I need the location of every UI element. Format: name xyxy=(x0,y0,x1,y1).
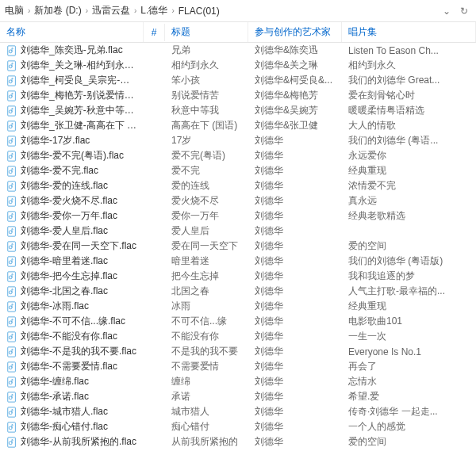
table-row[interactable]: 刘德华_梅艳芳-别说爱情苦.flac别说爱情苦刘德华&梅艳芳爱在刻骨铭心时 xyxy=(0,88,476,103)
cell-name[interactable]: 刘德华_吴婉芳-秋意中等我.flac xyxy=(0,104,144,117)
cell-album: 大人的情歌 xyxy=(342,119,476,132)
refresh-icon[interactable]: ↻ xyxy=(455,6,473,17)
cell-name[interactable]: 刘德华-不可不信...缘.flac xyxy=(0,315,144,328)
cell-name[interactable]: 刘德华-爱人皇后.flac xyxy=(0,224,144,238)
table-row[interactable]: 刘德华-爱在同一天空下.flac爱在同一天空下刘德华爱的空间 xyxy=(0,239,476,254)
table-row[interactable]: 刘德华_吴婉芳-秋意中等我.flac秋意中等我刘德华&吴婉芳暖暖柔情粤语精选 xyxy=(0,103,476,118)
cell-album: 一个人的感觉 xyxy=(342,420,476,434)
cell-name[interactable]: 刘德华-冰雨.flac xyxy=(0,300,144,313)
table-row[interactable]: 刘德华-爱的连线.flac爱的连线刘德华浓情爱不完 xyxy=(0,178,476,193)
cell-artist: 刘德华 xyxy=(248,194,342,208)
table-row[interactable]: 刘德华-不是我的我不要.flac不是我的我不要刘德华Everyone Is No… xyxy=(0,344,476,359)
file-name: 刘德华_张卫健-高高在下 (国语).flac xyxy=(21,119,137,132)
file-name: 刘德华-不能没有你.flac xyxy=(21,330,117,343)
audio-file-icon xyxy=(6,407,17,418)
cell-title: 爱在同一天空下 xyxy=(165,239,248,253)
table-row[interactable]: 刘德华-不可不信...缘.flac不可不信...缘刘德华电影歌曲101 xyxy=(0,314,476,329)
chevron-right-icon: › xyxy=(169,6,176,15)
cell-name[interactable]: 刘德华-不需要爱情.flac xyxy=(0,360,144,373)
cell-title: 暗里着迷 xyxy=(165,254,248,268)
cell-name[interactable]: 刘德华-缠绵.flac xyxy=(0,375,144,388)
breadcrumb-seg[interactable]: 电脑 xyxy=(3,4,25,17)
cell-name[interactable]: 刘德华-暗里着迷.flac xyxy=(0,254,144,268)
cell-album: 我们的刘德华 (粤语版) xyxy=(342,254,476,268)
table-row[interactable]: 刘德华_关之琳-相约到永久.flac相约到永久刘德华&关之琳相约到永久 xyxy=(0,58,476,73)
table-row[interactable]: 刘德华-爱不完.flac爱不完刘德华经典重现 xyxy=(0,163,476,178)
table-row[interactable]: 刘德华-爱你一万年.flac爱你一万年刘德华经典老歌精选 xyxy=(0,208,476,224)
cell-name[interactable]: 刘德华-把今生忘掉.flac xyxy=(0,269,144,283)
cell-title: 城市猎人 xyxy=(165,405,248,419)
table-row[interactable]: 刘德华-冰雨.flac冰雨刘德华经典重现 xyxy=(0,299,476,314)
header-artist[interactable]: 参与创作的艺术家 xyxy=(248,22,342,42)
chevron-down-icon[interactable]: ⌄ xyxy=(438,6,455,17)
cell-name[interactable]: 刘德华-从前我所紧抱的.flac xyxy=(0,435,144,449)
cell-name[interactable]: 刘德华-痴心错付.flac xyxy=(0,420,144,434)
cell-name[interactable]: 刘德华-17岁.flac xyxy=(0,134,144,147)
header-album[interactable]: 唱片集 xyxy=(342,22,476,42)
file-list[interactable]: 刘德华_陈奕迅-兄弟.flac兄弟刘德华&陈奕迅Listen To Eason … xyxy=(0,43,476,451)
table-row[interactable]: 刘德华-爱人皇后.flac爱人皇后刘德华 xyxy=(0,224,476,239)
header-title[interactable]: 标题 xyxy=(165,22,248,42)
cell-title: 爱你一万年 xyxy=(165,209,248,223)
breadcrumb-seg[interactable]: L.德华 xyxy=(139,4,169,17)
file-name: 刘德华-爱你一万年.flac xyxy=(21,209,117,223)
table-row[interactable]: 刘德华-北国之春.flac北国之春刘德华人气主打歌-最幸福的... xyxy=(0,284,476,299)
table-row[interactable]: 刘德华-爱不完(粤语).flac爱不完(粤语)刘德华永远爱你 xyxy=(0,148,476,163)
cell-title: 不是我的我不要 xyxy=(165,345,248,358)
cell-album: 经典重现 xyxy=(342,164,476,178)
table-row[interactable]: 刘德华-城市猎人.flac城市猎人刘德华传奇·刘德华 一起走... xyxy=(0,404,476,419)
cell-name[interactable]: 刘德华_柯受良_吴宗宪-笨小孩.flac xyxy=(0,74,144,87)
table-row[interactable]: 刘德华-把今生忘掉.flac把今生忘掉刘德华我和我追逐的梦 xyxy=(0,269,476,284)
table-row[interactable]: 刘德华-暗里着迷.flac暗里着迷刘德华我们的刘德华 (粤语版) xyxy=(0,254,476,269)
cell-artist: 刘德华 xyxy=(248,420,342,434)
table-row[interactable]: 刘德华_张卫健-高高在下 (国语).flac高高在下 (国语)刘德华&张卫健大人… xyxy=(0,118,476,133)
cell-name[interactable]: 刘德华_张卫健-高高在下 (国语).flac xyxy=(0,119,144,132)
breadcrumb-seg[interactable]: 迅雷云盘 xyxy=(90,4,132,17)
cell-name[interactable]: 刘德华-爱在同一天空下.flac xyxy=(0,239,144,253)
breadcrumb-seg[interactable]: FLAC(01) xyxy=(177,6,221,17)
cell-name[interactable]: 刘德华-承诺.flac xyxy=(0,390,144,403)
file-name: 刘德华-暗里着迷.flac xyxy=(21,254,108,268)
table-row[interactable]: 刘德华-缠绵.flac缠绵刘德华忘情水 xyxy=(0,374,476,389)
table-row[interactable]: 刘德华-痴心错付.flac痴心错付刘德华一个人的感觉 xyxy=(0,419,476,434)
cell-name[interactable]: 刘德华-爱火烧不尽.flac xyxy=(0,194,144,208)
table-row[interactable]: 刘德华_陈奕迅-兄弟.flac兄弟刘德华&陈奕迅Listen To Eason … xyxy=(0,43,476,58)
breadcrumb[interactable]: 电脑 › 新加卷 (D:) › 迅雷云盘 › L.德华 › FLAC(01) ⌄… xyxy=(0,0,476,22)
audio-file-icon xyxy=(6,181,17,192)
cell-name[interactable]: 刘德华-北国之春.flac xyxy=(0,285,144,298)
file-name: 刘德华-把今生忘掉.flac xyxy=(21,269,117,283)
table-row[interactable]: 刘德华-不需要爱情.flac不需要爱情刘德华再会了 xyxy=(0,359,476,374)
cell-artist: 刘德华 xyxy=(248,179,342,193)
header-number[interactable]: # xyxy=(144,24,165,41)
cell-name[interactable]: 刘德华_关之琳-相约到永久.flac xyxy=(0,59,144,72)
cell-title: 把今生忘掉 xyxy=(165,269,248,283)
audio-file-icon xyxy=(6,45,17,56)
cell-name[interactable]: 刘德华-爱不完(粤语).flac xyxy=(0,149,144,162)
file-name: 刘德华-从前我所紧抱的.flac xyxy=(21,435,136,449)
header-name[interactable]: 名称 xyxy=(0,22,144,42)
cell-name[interactable]: 刘德华-爱的连线.flac xyxy=(0,179,144,193)
cell-name[interactable]: 刘德华-不是我的我不要.flac xyxy=(0,345,144,358)
audio-file-icon xyxy=(6,75,17,86)
file-name: 刘德华_柯受良_吴宗宪-笨小孩.flac xyxy=(21,74,137,87)
breadcrumb-seg[interactable]: 新加卷 (D:) xyxy=(33,4,83,17)
cell-name[interactable]: 刘德华_陈奕迅-兄弟.flac xyxy=(0,44,144,57)
table-row[interactable]: 刘德华-不能没有你.flac不能没有你刘德华一生一次 xyxy=(0,329,476,344)
audio-file-icon xyxy=(6,226,17,237)
cell-name[interactable]: 刘德华-不能没有你.flac xyxy=(0,330,144,343)
cell-name[interactable]: 刘德华-爱不完.flac xyxy=(0,164,144,178)
table-row[interactable]: 刘德华-从前我所紧抱的.flac从前我所紧抱的刘德华爱的空间 xyxy=(0,434,476,449)
cell-name[interactable]: 刘德华_梅艳芳-别说爱情苦.flac xyxy=(0,89,144,102)
cell-album: 经典重现 xyxy=(342,300,476,313)
cell-name[interactable]: 刘德华-城市猎人.flac xyxy=(0,405,144,419)
table-row[interactable]: 刘德华_柯受良_吴宗宪-笨小孩.flac笨小孩刘德华&柯受良&...我们的刘德华… xyxy=(0,73,476,88)
file-name: 刘德华_吴婉芳-秋意中等我.flac xyxy=(21,104,137,117)
cell-title: 从前我所紧抱的 xyxy=(165,435,248,449)
table-row[interactable]: 刘德华-承诺.flac承诺刘德华希望.爱 xyxy=(0,389,476,404)
audio-file-icon xyxy=(6,90,17,101)
table-row[interactable]: 刘德华-17岁.flac17岁刘德华我们的刘德华 (粤语... xyxy=(0,133,476,148)
table-row[interactable]: 刘德华-爱火烧不尽.flac爱火烧不尽刘德华真永远 xyxy=(0,193,476,208)
audio-file-icon xyxy=(6,437,17,448)
cell-album: 爱在刻骨铭心时 xyxy=(342,89,476,102)
cell-name[interactable]: 刘德华-爱你一万年.flac xyxy=(0,209,144,223)
